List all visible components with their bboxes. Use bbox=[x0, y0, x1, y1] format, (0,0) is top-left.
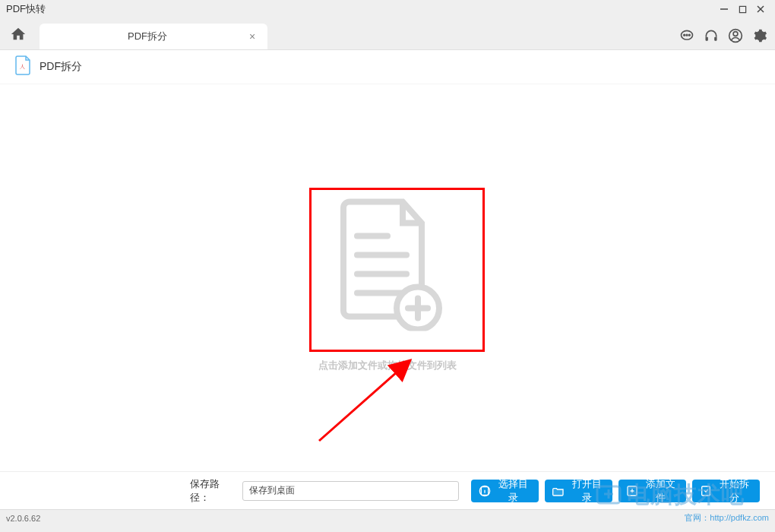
chat-icon[interactable] bbox=[678, 27, 696, 45]
home-icon[interactable] bbox=[6, 22, 30, 46]
footer: 保存路径： 选择目录 打开目录 添加文件 开始拆分 bbox=[0, 471, 775, 509]
app-title: PDF快转 bbox=[6, 2, 46, 16]
svg-point-5 bbox=[684, 34, 685, 36]
maximize-button[interactable] bbox=[734, 2, 751, 17]
tab-label: PDF拆分 bbox=[49, 30, 246, 43]
pdf-file-icon: 人 bbox=[15, 55, 32, 78]
svg-text:人: 人 bbox=[20, 64, 25, 70]
svg-point-7 bbox=[689, 34, 691, 36]
statusbar: v2.0.6.62 官网：http://pdfkz.com bbox=[0, 509, 775, 526]
tab-pdf-split[interactable]: PDF拆分 × bbox=[40, 24, 267, 49]
titlebar: PDF快转 bbox=[0, 0, 775, 18]
content-header-label: PDF拆分 bbox=[40, 60, 82, 74]
website-link[interactable]: 官网：http://pdfkz.com bbox=[685, 512, 769, 524]
toolbar-icons bbox=[678, 27, 769, 45]
svg-rect-27 bbox=[702, 486, 710, 496]
svg-rect-8 bbox=[706, 37, 708, 41]
minimize-button[interactable] bbox=[716, 2, 732, 17]
add-file-label: 添加文件 bbox=[642, 477, 679, 505]
file-drop-area[interactable]: 点击添加文件或拖拽文件到列表 bbox=[0, 84, 775, 471]
close-button[interactable] bbox=[752, 2, 769, 17]
svg-rect-1 bbox=[739, 6, 745, 12]
add-file-button[interactable]: 添加文件 bbox=[618, 480, 686, 502]
window-controls bbox=[716, 2, 769, 17]
gear-icon[interactable] bbox=[751, 27, 769, 45]
toolbar: PDF拆分 × bbox=[0, 18, 775, 50]
content-area: 人 PDF拆分 点击添加文件或拖拽文件到列表 保存路径： bbox=[0, 50, 775, 509]
start-split-label: 开始拆分 bbox=[716, 477, 752, 505]
headphones-icon[interactable] bbox=[702, 27, 720, 45]
svg-rect-9 bbox=[714, 37, 716, 41]
select-dir-label: 选择目录 bbox=[495, 477, 531, 505]
tab-close-icon[interactable]: × bbox=[246, 30, 258, 43]
content-header: 人 PDF拆分 bbox=[0, 50, 775, 84]
svg-point-6 bbox=[686, 34, 688, 36]
open-dir-label: 打开目录 bbox=[568, 477, 605, 505]
version-text: v2.0.6.62 bbox=[6, 514, 40, 523]
select-dir-button[interactable]: 选择目录 bbox=[471, 480, 539, 502]
save-path-label: 保存路径： bbox=[190, 477, 236, 505]
drop-hint-text: 点击添加文件或拖拽文件到列表 bbox=[318, 359, 457, 372]
start-split-button[interactable]: 开始拆分 bbox=[692, 480, 760, 502]
user-icon[interactable] bbox=[726, 27, 745, 45]
svg-point-11 bbox=[733, 32, 738, 36]
open-dir-button[interactable]: 打开目录 bbox=[545, 480, 612, 502]
add-file-icon bbox=[331, 194, 444, 331]
save-path-input[interactable] bbox=[242, 481, 459, 501]
